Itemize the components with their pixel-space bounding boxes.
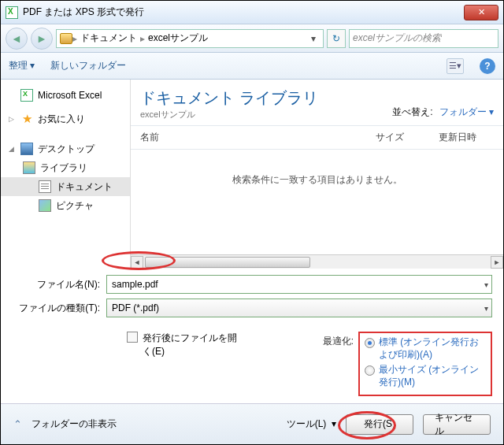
refresh-button[interactable]: ↻ xyxy=(327,29,346,48)
filetype-dropdown[interactable]: PDF (*.pdf) ▾ xyxy=(106,299,492,317)
back-button[interactable]: ◄ xyxy=(6,28,28,50)
search-input[interactable]: excelサンプルの検索 xyxy=(349,29,498,48)
open-after-label: 発行後にファイルを開く(E) xyxy=(143,332,237,358)
sidebar-item-documents[interactable]: ドキュメント xyxy=(1,177,130,196)
breadcrumb-dropdown-icon[interactable]: ▾ xyxy=(307,33,320,44)
library-title: ドキュメント ライブラリ xyxy=(140,87,318,109)
radio-minimum-label: 最小サイズ (オンライン発行)(M) xyxy=(379,364,486,388)
cancel-button[interactable]: キャンセル xyxy=(423,414,491,435)
open-after-checkbox[interactable] xyxy=(127,332,138,343)
col-name[interactable]: 名前 xyxy=(140,131,376,144)
sidebar-item-pictures[interactable]: ピクチャ xyxy=(1,196,130,215)
help-button[interactable]: ? xyxy=(480,58,495,74)
radio-standard[interactable] xyxy=(365,338,375,348)
filename-label: ファイル名(N): xyxy=(12,278,100,291)
optimize-label: 最適化: xyxy=(323,335,354,396)
sidebar: Microsoft Excel ▷★お気に入り ◢デスクトップ ライブラリ ドキ… xyxy=(1,80,131,269)
excel-icon xyxy=(6,6,18,19)
horizontal-scrollbar[interactable]: ◄ ► xyxy=(131,254,503,269)
breadcrumb-seg-2[interactable]: excelサンプル xyxy=(145,32,211,45)
radio-standard-label: 標準 (オンライン発行および印刷)(A) xyxy=(379,336,486,361)
picture-icon xyxy=(39,199,51,212)
desktop-icon xyxy=(20,143,33,155)
expand-icon[interactable]: ⌃ xyxy=(13,418,22,430)
breadcrumb-seg-1[interactable]: ドキュメント xyxy=(77,32,140,45)
col-size[interactable]: サイズ xyxy=(376,131,439,144)
library-icon xyxy=(23,161,35,174)
folder-icon xyxy=(60,33,72,44)
radio-minimum[interactable] xyxy=(365,365,375,376)
filename-input[interactable]: sample.pdf ▾ xyxy=(106,275,492,294)
sidebar-item-favorites[interactable]: ▷★お気に入り xyxy=(1,109,130,128)
library-subtitle: excelサンプル xyxy=(140,109,318,121)
scroll-right-icon[interactable]: ► xyxy=(491,256,503,269)
hide-folders-link[interactable]: フォルダーの非表示 xyxy=(32,417,117,431)
document-icon xyxy=(39,180,51,193)
close-button[interactable] xyxy=(464,5,498,20)
optimize-radio-group: 標準 (オンライン発行および印刷)(A) 最小サイズ (オンライン発行)(M) xyxy=(358,332,492,396)
navbar: ◄ ► ▸ ドキュメント ▸ excelサンプル ▾ ↻ excelサンプルの検… xyxy=(1,24,503,53)
scroll-left-icon[interactable]: ◄ xyxy=(131,256,143,269)
sidebar-item-desktop[interactable]: ◢デスクトップ xyxy=(1,139,130,158)
organize-button[interactable]: 整理 ▾ xyxy=(9,59,35,72)
sort-label: 並べ替え: xyxy=(392,106,432,119)
scroll-thumb[interactable] xyxy=(145,257,310,268)
filetype-label: ファイルの種類(T): xyxy=(12,302,100,315)
sidebar-item-excel[interactable]: Microsoft Excel xyxy=(1,86,130,105)
sort-dropdown[interactable]: フォルダー ▾ xyxy=(439,106,494,119)
excel-icon xyxy=(20,89,33,102)
column-header[interactable]: 名前 サイズ 更新日時 xyxy=(131,126,503,150)
empty-message: 検索条件に一致する項目はありません。 xyxy=(131,150,503,210)
address-bar[interactable]: ▸ ドキュメント ▸ excelサンプル ▾ xyxy=(56,29,324,48)
col-updated[interactable]: 更新日時 xyxy=(439,131,494,144)
new-folder-button[interactable]: 新しいフォルダー xyxy=(50,59,126,72)
window-title: PDF または XPS 形式で発行 xyxy=(23,6,464,19)
dropdown-icon[interactable]: ▾ xyxy=(484,280,488,289)
bottom-bar: ⌃ フォルダーの非表示 ツール(L) ▾ 発行(S) キャンセル xyxy=(1,403,503,444)
sidebar-item-library[interactable]: ライブラリ xyxy=(1,158,130,177)
publish-button[interactable]: 発行(S) xyxy=(346,414,413,435)
file-list-area: ドキュメント ライブラリ excelサンプル 並べ替え: フォルダー ▾ 名前 … xyxy=(131,80,503,269)
view-button[interactable]: ☰▾ xyxy=(447,58,464,74)
titlebar: PDF または XPS 形式で発行 xyxy=(1,1,503,24)
tools-dropdown[interactable]: ツール(L) ▾ xyxy=(287,417,336,431)
forward-button[interactable]: ► xyxy=(31,28,53,50)
dropdown-icon[interactable]: ▾ xyxy=(484,304,488,313)
search-placeholder: excelサンプルの検索 xyxy=(353,32,441,45)
toolbar: 整理 ▾ 新しいフォルダー ☰▾ ? xyxy=(1,53,503,80)
star-icon: ★ xyxy=(20,113,33,125)
